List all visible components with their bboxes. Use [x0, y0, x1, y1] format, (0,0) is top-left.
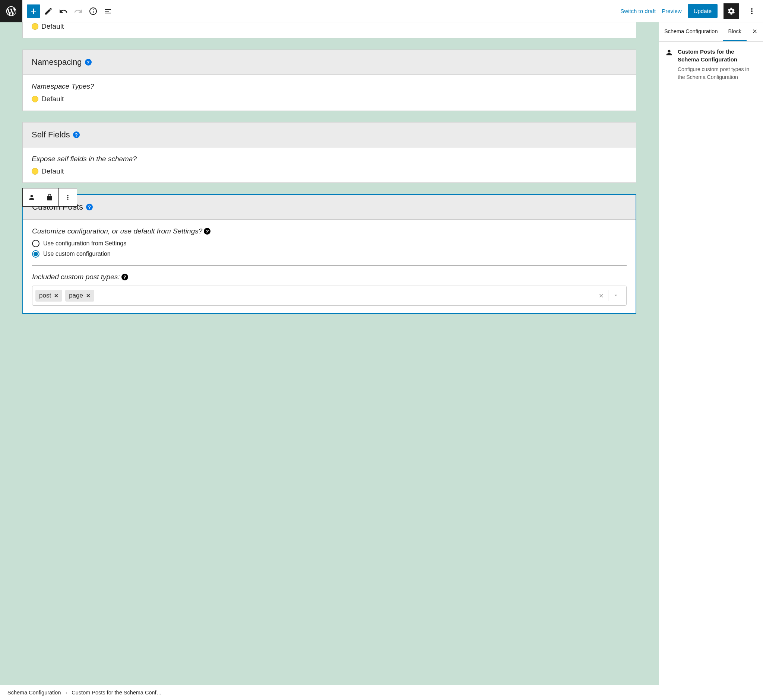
tab-schema-config[interactable]: Schema Configuration — [659, 22, 723, 41]
breadcrumb: Schema Configuration › Custom Posts for … — [0, 685, 763, 700]
block-title: Namespacing — [32, 57, 82, 67]
custom-posts-block[interactable]: Custom Posts ? Customize configuration, … — [22, 194, 636, 314]
radio-option-settings[interactable]: Use configuration from Settings — [32, 240, 627, 247]
block-header: Self Fields ? — [23, 122, 636, 147]
info-icon — [89, 7, 98, 16]
breadcrumb-item[interactable]: Custom Posts for the Schema Conf… — [72, 689, 162, 695]
block-question: Expose self fields in the schema? — [32, 155, 627, 163]
block-toolbar — [22, 188, 77, 207]
status-dot-icon — [32, 168, 38, 175]
previous-block[interactable]: Default — [22, 22, 636, 38]
block-title: Self Fields — [32, 130, 70, 140]
tag-remove-icon[interactable]: ✕ — [54, 293, 58, 298]
chevron-right-icon: › — [65, 689, 67, 695]
list-icon — [103, 7, 113, 16]
status-dot-icon — [32, 96, 38, 102]
help-icon[interactable]: ? — [86, 204, 93, 210]
help-icon[interactable]: ? — [73, 131, 80, 138]
help-icon[interactable]: ? — [85, 59, 92, 66]
status-dot-icon — [32, 23, 38, 30]
clear-all-button[interactable]: ✕ — [594, 292, 608, 299]
help-icon[interactable]: ? — [121, 273, 128, 280]
plus-icon — [29, 7, 38, 16]
lock-button[interactable] — [41, 188, 58, 206]
block-question: Namespace Types? — [32, 82, 627, 91]
radio-checked-icon — [32, 250, 39, 258]
lock-icon — [46, 194, 53, 201]
included-label: Included custom post types: ? — [32, 273, 627, 281]
block-header: Namespacing ? — [23, 50, 636, 75]
wordpress-logo[interactable] — [0, 0, 22, 22]
value-label: Default — [41, 22, 64, 31]
undo-icon — [59, 7, 68, 16]
block-icon-button[interactable] — [23, 188, 41, 206]
radio-label: Use custom configuration — [43, 251, 111, 257]
tag-select-input[interactable]: post✕ page✕ ✕ — [32, 286, 627, 306]
close-icon — [752, 28, 758, 34]
block-header: Custom Posts ? — [23, 195, 636, 220]
tab-block[interactable]: Block — [723, 22, 746, 41]
close-panel-button[interactable] — [747, 22, 763, 41]
settings-panel: Schema Configuration Block Custom Posts … — [659, 22, 763, 685]
top-toolbar: Switch to draft Preview Update — [0, 0, 763, 22]
dropdown-toggle[interactable] — [608, 292, 623, 299]
edit-mode-button[interactable] — [42, 5, 55, 18]
namespacing-block[interactable]: Namespacing ? Namespace Types? Default — [22, 50, 636, 111]
panel-content: Custom Posts for the Schema Configuratio… — [659, 42, 763, 87]
options-button[interactable] — [745, 5, 758, 18]
radio-label: Use configuration from Settings — [43, 240, 126, 247]
tag-remove-icon[interactable]: ✕ — [86, 293, 91, 298]
breadcrumb-item[interactable]: Schema Configuration — [8, 689, 61, 695]
panel-block-title: Custom Posts for the Schema Configuratio… — [678, 48, 757, 63]
divider — [32, 265, 627, 266]
panel-tabs: Schema Configuration Block — [659, 22, 763, 42]
block-more-button[interactable] — [59, 188, 77, 206]
toolbar-left — [22, 5, 119, 18]
wordpress-icon — [5, 5, 17, 17]
person-icon — [665, 48, 673, 56]
toolbar-right: Switch to draft Preview Update — [620, 3, 763, 19]
editor-canvas[interactable]: Default Namespacing ? Namespace Types? D… — [0, 22, 659, 685]
panel-block-desc: Configure custom post types in the Schem… — [678, 66, 757, 81]
undo-button[interactable] — [56, 5, 70, 18]
update-button[interactable]: Update — [688, 4, 718, 18]
chevron-down-icon — [613, 292, 619, 298]
switch-to-draft-link[interactable]: Switch to draft — [620, 8, 656, 14]
more-vertical-icon — [747, 7, 756, 16]
info-button[interactable] — [86, 5, 100, 18]
gear-icon — [727, 7, 735, 15]
preview-link[interactable]: Preview — [662, 8, 682, 14]
outline-button[interactable] — [101, 5, 115, 18]
redo-icon — [74, 7, 83, 16]
settings-button[interactable] — [724, 3, 739, 19]
more-vertical-icon — [64, 194, 72, 201]
add-block-button[interactable] — [27, 5, 40, 18]
pencil-icon — [44, 7, 53, 16]
value-label: Default — [41, 167, 64, 175]
radio-option-custom[interactable]: Use custom configuration — [32, 250, 627, 258]
tag-chip: post✕ — [35, 290, 62, 302]
value-label: Default — [41, 95, 64, 103]
help-icon[interactable]: ? — [204, 228, 210, 234]
redo-button[interactable] — [72, 5, 85, 18]
tag-chip: page✕ — [65, 290, 94, 302]
self-fields-block[interactable]: Self Fields ? Expose self fields in the … — [22, 122, 636, 183]
person-icon — [28, 194, 35, 201]
block-question: Customize configuration, or use default … — [32, 227, 627, 235]
radio-icon — [32, 240, 39, 247]
